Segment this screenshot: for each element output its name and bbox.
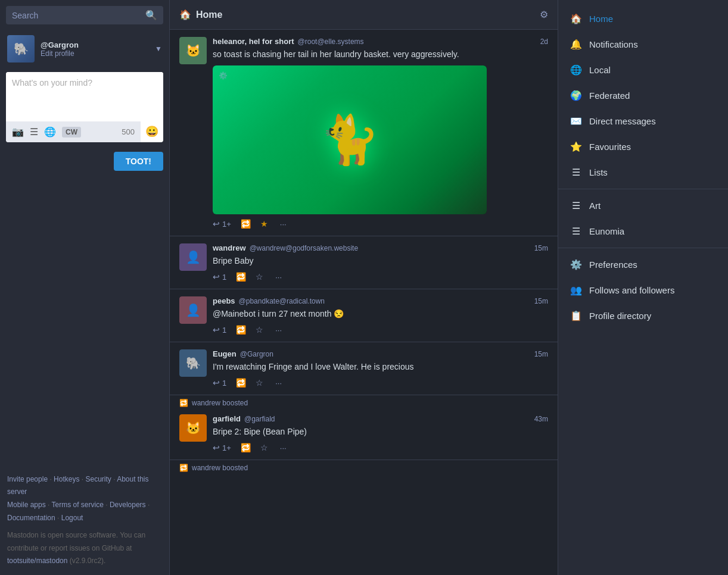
formatting-icon[interactable]: ☰	[30, 126, 38, 138]
boost-button[interactable]: 🔁	[241, 219, 251, 229]
reply-button[interactable]: ↩ 1	[213, 272, 226, 282]
toot-button[interactable]: TOOT!	[114, 152, 163, 171]
security-link[interactable]: Security	[85, 475, 111, 483]
reply-count: 1	[222, 273, 226, 282]
more-button[interactable]: ···	[280, 220, 287, 229]
nav-preferences-label: Preferences	[589, 260, 637, 270]
sidebar-item-local[interactable]: 🌐 Local	[558, 57, 728, 83]
sidebar-item-follows[interactable]: 👥 Follows and followers	[558, 277, 728, 303]
sidebar-item-home[interactable]: 🏠 Home	[558, 6, 728, 32]
reply-button[interactable]: ↩ 1+	[213, 443, 231, 452]
search-icon[interactable]: 🔍	[145, 10, 157, 21]
reply-button[interactable]: ↩ 1+	[213, 219, 231, 229]
mobile-apps-link[interactable]: Mobile apps	[7, 501, 46, 509]
ellipsis-icon: ···	[280, 443, 287, 452]
post-author-handle: @root@elle.systems	[298, 38, 364, 46]
sidebar-item-direct[interactable]: ✉️ Direct messages	[558, 108, 728, 134]
home-icon: 🏠	[570, 13, 582, 24]
search-input[interactable]	[12, 11, 145, 20]
reply-button[interactable]: ↩ 1	[213, 378, 226, 388]
post-content: wandrew @wandrew@godforsaken.website 15m…	[213, 243, 548, 282]
favourite-button[interactable]: ☆	[256, 378, 263, 388]
post-content: garfield @garfiald 43m Bripe 2: Bipe (Be…	[213, 414, 548, 452]
post-text: so toast is chasing her tail in her laun…	[213, 48, 548, 61]
logout-link[interactable]: Logout	[61, 514, 83, 522]
post-actions: ↩ 1 🔁 ☆ ···	[213, 272, 548, 282]
post-time: 2d	[540, 38, 548, 46]
sidebar-item-notifications[interactable]: 🔔 Notifications	[558, 32, 728, 57]
nav-local-label: Local	[589, 65, 611, 75]
post-author-name: garfield	[213, 414, 241, 423]
edit-profile-link[interactable]: Edit profile	[41, 49, 149, 58]
globe-icon[interactable]: 🌐	[44, 126, 56, 138]
ellipsis-icon: ···	[275, 379, 282, 388]
favourite-button[interactable]: ☆	[260, 443, 268, 452]
developers-link[interactable]: Developers	[110, 501, 146, 509]
post-header: garfield @garfiald 43m	[213, 414, 548, 423]
boost-button[interactable]: 🔁	[236, 272, 246, 282]
sidebar-item-eunomia[interactable]: ☰ Eunomia	[558, 218, 728, 244]
more-button[interactable]: ···	[275, 379, 282, 388]
feed-header: 🏠 Home ⚙	[170, 0, 558, 30]
profile-dropdown-arrow[interactable]: ▼	[155, 45, 162, 53]
post-author-handle: @pbandkate@radical.town	[239, 297, 325, 305]
star-icon: ⭐	[570, 141, 582, 152]
more-button[interactable]: ···	[275, 326, 282, 335]
sidebar-item-art[interactable]: ☰ Art	[558, 193, 728, 218]
post-actions: ↩ 1 🔁 ☆ ···	[213, 378, 548, 388]
footer-links: Invite people · Hotkeys · Security · Abo…	[7, 473, 162, 524]
documentation-link[interactable]: Documentation	[7, 514, 55, 522]
feed-settings-icon[interactable]: ⚙	[540, 9, 548, 20]
hotkeys-link[interactable]: Hotkeys	[54, 475, 79, 483]
post-text: I'm rewatching Fringe and I love Walter.…	[213, 361, 548, 373]
compose-textarea[interactable]	[6, 72, 163, 120]
sidebar-item-directory[interactable]: 📋 Profile directory	[558, 303, 728, 329]
post-content: heleanor, hel for short @root@elle.syste…	[213, 37, 548, 229]
ellipsis-icon: ···	[275, 273, 282, 282]
attach-image-icon[interactable]: 📷	[12, 126, 24, 138]
invite-people-link[interactable]: Invite people	[7, 475, 48, 483]
post-author-name: wandrew	[213, 243, 246, 252]
boost-icon: 🔁	[241, 219, 251, 229]
post-actions: ↩ 1 🔁 ☆ ···	[213, 325, 548, 335]
cat-image: 🐈	[320, 112, 379, 168]
sidebar-item-federated[interactable]: 🌍 Federated	[558, 83, 728, 108]
reply-icon: ↩	[213, 272, 220, 282]
favourite-button[interactable]: ☆	[256, 325, 263, 335]
sidebar-footer: Invite people · Hotkeys · Security · Abo…	[0, 466, 169, 575]
post-time: 15m	[534, 350, 548, 358]
reply-button[interactable]: ↩ 1	[213, 325, 226, 335]
boost-button[interactable]: 🔁	[241, 443, 251, 452]
more-button[interactable]: ···	[275, 273, 282, 282]
favourite-button[interactable]: ★	[260, 219, 268, 229]
post-time: 43m	[534, 415, 548, 423]
profile-handle: @Gargron	[41, 40, 149, 49]
github-link[interactable]: tootsuite/mastodon	[7, 557, 67, 565]
avatar: 🐘	[7, 35, 35, 62]
reply-count: 1+	[222, 220, 231, 229]
more-button[interactable]: ···	[280, 443, 287, 452]
search-bar: 🔍	[6, 6, 163, 24]
sidebar-item-favourites[interactable]: ⭐ Favourites	[558, 134, 728, 160]
post-author-handle: @Gargron	[240, 350, 273, 358]
main-feed: 🏠 Home ⚙ 🐱 heleanor, hel for short @root…	[170, 0, 558, 575]
boost-icon: 🔁	[236, 325, 246, 335]
federated-icon: 🌍	[570, 90, 582, 101]
terms-link[interactable]: Terms of service	[52, 501, 104, 509]
right-sidebar: 🏠 Home 🔔 Notifications 🌐 Local 🌍 Federat…	[558, 0, 728, 575]
post-content: peebs @pbandkate@radical.town 15m @Maine…	[213, 296, 548, 335]
star-icon: ☆	[256, 272, 263, 282]
content-warning-button[interactable]: CW	[62, 127, 81, 138]
local-icon: 🌐	[570, 64, 582, 76]
boost-icon: 🔁	[241, 443, 251, 452]
favourite-button[interactable]: ☆	[256, 272, 263, 282]
bell-icon: 🔔	[570, 39, 582, 50]
sidebar-item-preferences[interactable]: ⚙️ Preferences	[558, 252, 728, 277]
boost-button[interactable]: 🔁	[236, 325, 246, 335]
boost-button[interactable]: 🔁	[236, 378, 246, 388]
footer-description: Mastodon is open source software. You ca…	[7, 529, 162, 568]
sidebar-item-lists[interactable]: ☰ Lists	[558, 160, 728, 185]
nav-follows-label: Follows and followers	[589, 285, 674, 295]
post-text: Bripe 2: Bipe (Bean Pipe)	[213, 426, 548, 438]
emoji-picker-button[interactable]: 😀	[145, 125, 158, 138]
